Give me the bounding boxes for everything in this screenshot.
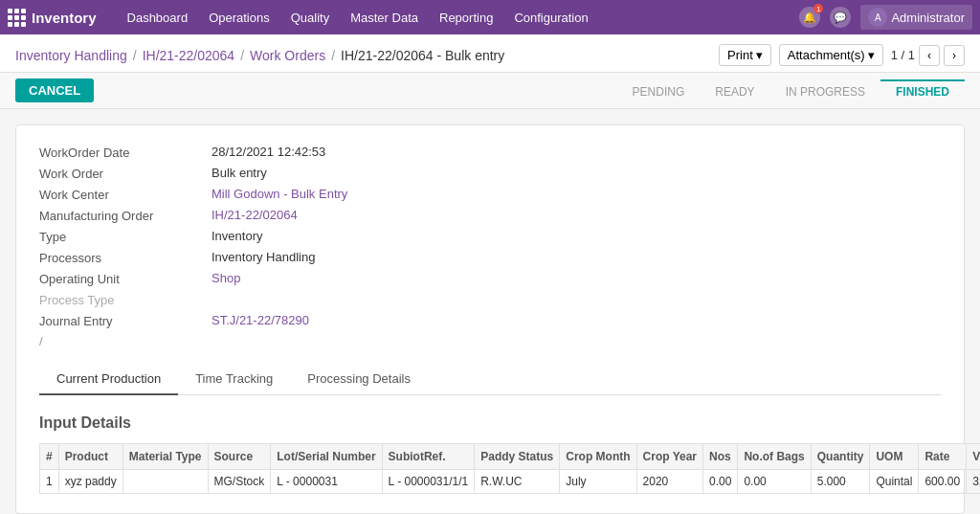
field-operating-unit: Operating Unit Shop [39,271,941,286]
nav-quality[interactable]: Quality [281,5,339,31]
manufacturing-order-link[interactable]: IH/21-22/02064 [212,208,298,222]
table-body: 1 xyz paddy MG/Stock L - 0000031 L - 000… [40,470,981,494]
field-label-processors: Processors [39,250,212,265]
field-journal-entry: Journal Entry ST.J/21-22/78290 [39,313,941,328]
row-quantity: 5.000 [811,470,870,494]
topbar: Inventory Dashboard Operations Quality M… [0,0,980,34]
col-product: Product [58,444,122,470]
operating-unit-link[interactable]: Shop [212,271,240,285]
admin-menu[interactable]: A Administrator [860,5,972,30]
tabs: Current Production Time Tracking Process… [39,364,941,395]
status-pending: PENDING [617,79,701,102]
nav-master-data[interactable]: Master Data [341,5,428,31]
field-value-work-order: Bulk entry [212,166,267,181]
pager-count: 1 / 1 [891,48,915,62]
field-value-manufacturing-order: IH/21-22/02064 [212,208,298,223]
row-source: MG/Stock [208,470,271,494]
field-label-journal-entry: Journal Entry [39,313,212,328]
nav-dashboard[interactable]: Dashboard [118,5,198,31]
work-center-link[interactable]: Mill Godown - Bulk Entry [212,187,347,201]
admin-label: Administrator [891,11,965,25]
breadcrumb-work-orders[interactable]: Work Orders [250,48,325,63]
app-name: Inventory [32,10,97,26]
col-value: Value [967,444,980,470]
nav-configuration[interactable]: Configuration [504,5,597,31]
chat-icon[interactable]: 💬 [830,7,851,28]
field-label-workorder-date: WorkOrder Date [39,145,212,160]
input-details-title: Input Details [39,414,941,432]
journal-entry-link[interactable]: ST.J/21-22/78290 [212,313,309,327]
pager-prev-button[interactable]: ‹ [919,45,940,66]
topbar-right: 🔔 1 💬 A Administrator [799,5,972,30]
row-crop-month: July [560,470,636,494]
row-num: 1 [40,470,59,494]
col-uom: UOM [870,444,919,470]
col-source: Source [208,444,271,470]
field-label-manufacturing-order: Manufacturing Order [39,208,212,223]
tab-processing-details[interactable]: Processing Details [290,364,428,395]
field-label-type: Type [39,229,212,244]
col-quantity: Quantity [811,444,870,470]
main-content: WorkOrder Date 28/12/2021 12:42:53 Work … [0,109,980,514]
status-in-progress: IN PROGRESS [770,79,880,102]
row-crop-year: 2020 [636,470,702,494]
attachment-button[interactable]: Attachment(s) ▾ [779,44,883,66]
field-processors: Processors Inventory Handling [39,250,941,265]
field-value-journal-entry: ST.J/21-22/78290 [212,313,309,328]
breadcrumb-inventory-handling[interactable]: Inventory Handling [15,48,127,63]
row-no-bags: 0.00 [738,470,811,494]
nav-operations[interactable]: Operations [199,5,279,31]
row-lot-serial: L - 0000031 [271,470,382,494]
status-bar: PENDING READY IN PROGRESS FINISHED [617,79,965,102]
notification-bell-icon[interactable]: 🔔 1 [799,7,820,28]
row-sublot: L - 0000031/1/1 [382,470,475,494]
field-label-work-order: Work Order [39,166,212,181]
row-product: xyz paddy [58,470,122,494]
pager: 1 / 1 ‹ › [891,45,965,66]
breadcrumb-ih-id[interactable]: IH/21-22/02064 [143,48,235,63]
attachment-dropdown-icon: ▾ [868,48,875,62]
cancel-button[interactable]: CANCEL [15,78,94,102]
action-bar: CANCEL PENDING READY IN PROGRESS FINISHE… [0,73,980,109]
print-button[interactable]: Print ▾ [719,44,771,66]
col-nos: Nos [703,444,738,470]
col-crop-year: Crop Year [636,444,702,470]
col-material-type: Material Type [122,444,208,470]
row-uom: Quintal [870,470,919,494]
table-row: 1 xyz paddy MG/Stock L - 0000031 L - 000… [40,470,981,494]
field-value-operating-unit: Shop [212,271,240,286]
row-material-type [122,470,208,494]
field-label-operating-unit: Operating Unit [39,271,212,286]
app-logo[interactable]: Inventory [8,9,97,27]
field-label-work-center: Work Center [39,187,212,202]
tab-time-tracking[interactable]: Time Tracking [178,364,290,395]
col-num: # [40,444,59,470]
field-process-type: Process Type [39,292,941,307]
row-nos: 0.00 [703,470,738,494]
field-workorder-date: WorkOrder Date 28/12/2021 12:42:53 [39,145,941,160]
field-value-workorder-date: 28/12/2021 12:42:53 [212,145,325,160]
nav-reporting[interactable]: Reporting [430,5,502,31]
col-crop-month: Crop Month [560,444,636,470]
pager-next-button[interactable]: › [944,45,965,66]
field-label-process-type: Process Type [39,292,212,307]
form-card: WorkOrder Date 28/12/2021 12:42:53 Work … [15,124,965,514]
row-value: 3,000.00 [967,470,980,494]
field-value-work-center: Mill Godown - Bulk Entry [212,187,347,202]
breadcrumb-current: IH/21-22/02064 - Bulk entry [341,48,504,63]
col-lot-serial: Lot/Serial Number [271,444,382,470]
field-value-processors: Inventory Handling [212,250,315,265]
breadcrumb: Inventory Handling / IH/21-22/02064 / Wo… [0,34,980,73]
field-type: Type Inventory [39,229,941,244]
status-ready: READY [700,79,769,102]
col-paddy-status: Paddy Status [475,444,560,470]
sep1: / [133,48,137,63]
row-rate: 600.00 [919,470,967,494]
notification-badge: 1 [813,4,823,13]
status-finished: FINISHED [880,79,965,102]
row-paddy-status: R.W.UC [475,470,560,494]
breadcrumb-actions: Print ▾ Attachment(s) ▾ 1 / 1 ‹ › [719,44,965,66]
field-work-order: Work Order Bulk entry [39,166,941,181]
tab-current-production[interactable]: Current Production [39,364,178,395]
input-details-table: # Product Material Type Source Lot/Seria… [39,443,980,494]
